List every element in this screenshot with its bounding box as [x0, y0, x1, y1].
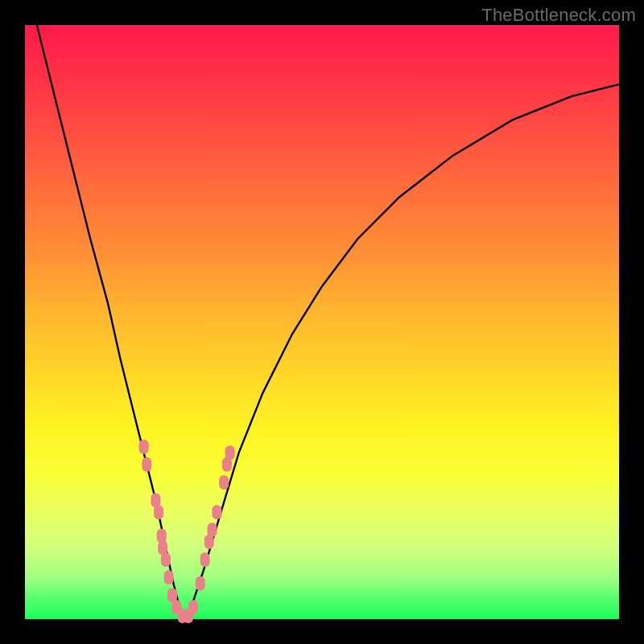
marker-dot — [212, 505, 221, 519]
watermark-text: TheBottleneck.com — [481, 5, 636, 26]
marker-dot — [161, 552, 171, 567]
plot-area — [25, 25, 619, 619]
marker-dot — [219, 475, 229, 489]
marker-dot — [200, 552, 210, 567]
marker-dot — [225, 445, 235, 460]
marker-dot — [196, 576, 205, 591]
bottleneck-curve — [37, 25, 619, 619]
curve-svg — [25, 25, 619, 619]
marker-dot — [188, 600, 198, 614]
marker-dot — [164, 570, 174, 584]
marker-dot — [154, 505, 163, 519]
marker-group — [139, 440, 235, 623]
marker-dot — [142, 457, 151, 472]
chart-frame: TheBottleneck.com — [0, 0, 644, 644]
marker-dot — [139, 440, 149, 454]
marker-dot — [208, 522, 217, 537]
